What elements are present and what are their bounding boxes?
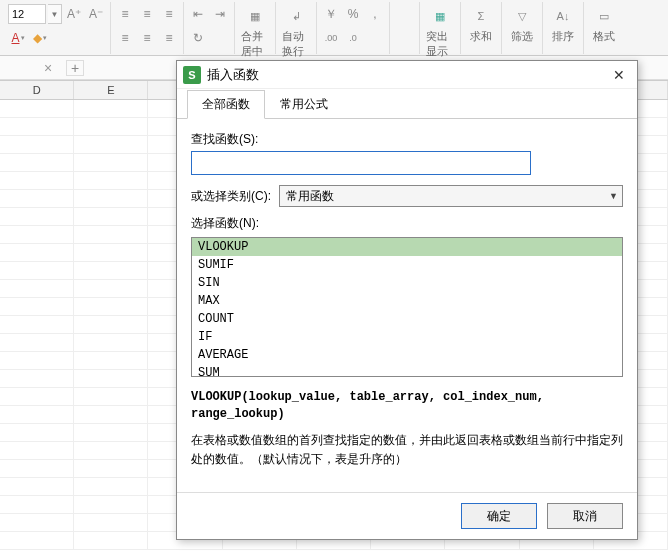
percent-icon[interactable]: %	[343, 4, 363, 24]
cell[interactable]	[0, 442, 74, 459]
list-item[interactable]: VLOOKUP	[192, 238, 622, 256]
cell[interactable]	[0, 424, 74, 441]
list-item[interactable]: SIN	[192, 274, 622, 292]
cell[interactable]	[74, 208, 148, 225]
col-header[interactable]: E	[74, 81, 148, 99]
align-center-icon[interactable]: ≡	[137, 28, 157, 48]
align-bottom-icon[interactable]: ≡	[159, 4, 179, 24]
indent-decrease-icon[interactable]: ⇤	[188, 4, 208, 24]
cell[interactable]	[74, 370, 148, 387]
cell[interactable]	[74, 298, 148, 315]
list-item[interactable]: COUNT	[192, 310, 622, 328]
align-right-icon[interactable]: ≡	[159, 28, 179, 48]
cell[interactable]	[0, 478, 74, 495]
cell[interactable]	[74, 262, 148, 279]
cell[interactable]	[74, 280, 148, 297]
cell[interactable]	[0, 460, 74, 477]
highlight-button[interactable]: ▦ 突出显示	[424, 2, 456, 61]
cell[interactable]	[74, 172, 148, 189]
sum-button[interactable]: Σ 求和	[465, 2, 497, 46]
cell[interactable]	[0, 136, 74, 153]
cell[interactable]	[74, 118, 148, 135]
cell[interactable]	[0, 532, 74, 549]
cell[interactable]	[0, 406, 74, 423]
cell[interactable]	[74, 442, 148, 459]
cell[interactable]	[74, 406, 148, 423]
close-icon[interactable]: ✕	[607, 64, 631, 86]
cell[interactable]	[0, 334, 74, 351]
cell[interactable]	[74, 100, 148, 117]
cell[interactable]	[0, 262, 74, 279]
filter-button[interactable]: ▽ 筛选	[506, 2, 538, 46]
cell[interactable]	[0, 154, 74, 171]
cell[interactable]	[0, 190, 74, 207]
align-middle-icon[interactable]: ≡	[137, 4, 157, 24]
cell[interactable]	[74, 478, 148, 495]
cell[interactable]	[0, 208, 74, 225]
col-header[interactable]: D	[0, 81, 74, 99]
add-sheet-icon[interactable]: +	[66, 60, 84, 76]
cell[interactable]	[74, 226, 148, 243]
cell[interactable]	[0, 280, 74, 297]
cell[interactable]	[0, 514, 74, 531]
cell[interactable]	[0, 172, 74, 189]
fill-color-icon[interactable]: ◆▾	[30, 28, 50, 48]
currency-icon[interactable]: ￥	[321, 4, 341, 24]
merge-cells-button[interactable]: ▦ 合并居中	[239, 2, 271, 61]
cell[interactable]	[74, 136, 148, 153]
cell[interactable]	[74, 532, 148, 549]
cell[interactable]	[0, 298, 74, 315]
cell[interactable]	[74, 334, 148, 351]
list-item[interactable]: MAX	[192, 292, 622, 310]
increase-decimal-icon[interactable]: .00	[321, 28, 341, 48]
comma-icon[interactable]: ,	[365, 4, 385, 24]
cell[interactable]	[0, 316, 74, 333]
cell[interactable]	[0, 496, 74, 513]
dialog-titlebar: S 插入函数 ✕	[177, 61, 637, 89]
cancel-button[interactable]: 取消	[547, 503, 623, 529]
cell[interactable]	[0, 100, 74, 117]
cell[interactable]	[0, 226, 74, 243]
indent-increase-icon[interactable]: ⇥	[210, 4, 230, 24]
font-color-icon[interactable]: A▾	[8, 28, 28, 48]
list-item[interactable]: AVERAGE	[192, 346, 622, 364]
tab-all-functions[interactable]: 全部函数	[187, 90, 265, 119]
decrease-decimal-icon[interactable]: .0	[343, 28, 363, 48]
decrease-font-icon[interactable]: A⁻	[86, 4, 106, 24]
cell[interactable]	[74, 352, 148, 369]
font-size-input[interactable]: 12	[8, 4, 46, 24]
list-item[interactable]: SUM	[192, 364, 622, 377]
cell[interactable]	[0, 244, 74, 261]
cell[interactable]	[0, 388, 74, 405]
cell[interactable]	[74, 244, 148, 261]
dialog-title: 插入函数	[207, 66, 607, 84]
cell[interactable]	[74, 514, 148, 531]
font-size-dropdown[interactable]: ▼	[48, 4, 62, 24]
cell[interactable]	[74, 388, 148, 405]
function-list[interactable]: VLOOKUP SUMIF SIN MAX COUNT IF AVERAGE S…	[191, 237, 623, 377]
cell[interactable]	[74, 424, 148, 441]
increase-font-icon[interactable]: A⁺	[64, 4, 84, 24]
format-button[interactable]: ▭ 格式	[588, 2, 620, 46]
cell[interactable]	[74, 154, 148, 171]
cell[interactable]	[74, 496, 148, 513]
wrap-text-button[interactable]: ↲ 自动换行	[280, 2, 312, 61]
tab-common-formulas[interactable]: 常用公式	[265, 90, 343, 119]
list-item[interactable]: IF	[192, 328, 622, 346]
align-left-icon[interactable]: ≡	[115, 28, 135, 48]
orientation-icon[interactable]: ↻	[188, 28, 208, 48]
close-tab-icon[interactable]: ×	[40, 60, 56, 76]
search-function-input[interactable]	[191, 151, 531, 175]
sort-button[interactable]: A↓ 排序	[547, 2, 579, 46]
cell[interactable]	[74, 460, 148, 477]
cell[interactable]	[74, 316, 148, 333]
cell[interactable]	[0, 370, 74, 387]
cell[interactable]	[0, 118, 74, 135]
cell[interactable]	[74, 190, 148, 207]
align-top-icon[interactable]: ≡	[115, 4, 135, 24]
cell[interactable]	[0, 352, 74, 369]
chevron-down-icon: ▼	[609, 191, 618, 201]
ok-button[interactable]: 确定	[461, 503, 537, 529]
category-select[interactable]: 常用函数 ▼	[279, 185, 623, 207]
list-item[interactable]: SUMIF	[192, 256, 622, 274]
